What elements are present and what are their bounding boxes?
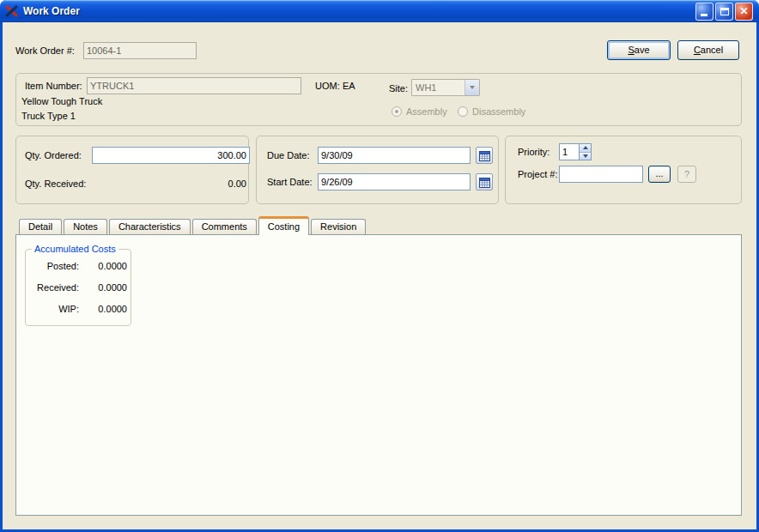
tab-revision[interactable]: Revision bbox=[311, 219, 366, 234]
maximize-button[interactable] bbox=[715, 3, 733, 21]
minimize-icon bbox=[701, 14, 707, 16]
minimize-button[interactable] bbox=[695, 3, 713, 21]
assembly-radio-label: Assembly bbox=[406, 106, 447, 117]
received-row: Received: 0.0000 bbox=[26, 282, 127, 293]
qty-ordered-field[interactable] bbox=[92, 147, 250, 164]
priority-spin-buttons bbox=[579, 144, 591, 160]
spin-down-button[interactable] bbox=[580, 152, 591, 160]
posted-row: Posted: 0.0000 bbox=[26, 261, 127, 272]
site-combo: WH1 bbox=[411, 79, 480, 96]
window-title: Work Order bbox=[23, 5, 80, 17]
site-label: Site: bbox=[389, 83, 408, 94]
site-combo-arrow bbox=[465, 80, 479, 95]
start-date-calendar-button[interactable] bbox=[476, 173, 493, 190]
priority-label: Priority: bbox=[518, 147, 550, 158]
project-help-button: ? bbox=[677, 166, 696, 183]
posted-label: Posted: bbox=[26, 261, 79, 272]
tab-costing[interactable]: Costing bbox=[258, 216, 309, 235]
calendar-icon bbox=[479, 150, 490, 161]
uom-value: EA bbox=[343, 81, 355, 92]
accumulated-costs-group: Accumulated Costs Posted: 0.0000 Receive… bbox=[25, 249, 131, 326]
titlebar-controls: ✕ bbox=[695, 3, 753, 21]
close-icon: ✕ bbox=[736, 3, 752, 20]
wip-value: 0.0000 bbox=[79, 304, 127, 315]
uom-label: UOM: bbox=[315, 81, 340, 92]
received-label: Received: bbox=[26, 282, 79, 293]
cancel-button[interactable]: Cancel bbox=[677, 40, 739, 60]
assembly-radio-circle bbox=[392, 106, 402, 117]
project-number-field[interactable] bbox=[559, 166, 643, 183]
chevron-up-icon bbox=[583, 146, 588, 149]
tab-comments[interactable]: Comments bbox=[192, 219, 257, 234]
save-button[interactable]: Save bbox=[607, 40, 671, 60]
tab-bar: Detail Notes Characteristics Comments Co… bbox=[19, 215, 367, 234]
chevron-down-icon bbox=[583, 154, 588, 158]
qty-received-label: Qty. Received: bbox=[25, 178, 86, 190]
calendar-icon bbox=[479, 177, 490, 188]
titlebar[interactable]: Work Order ✕ bbox=[0, 0, 759, 22]
accumulated-costs-title: Accumulated Costs bbox=[32, 244, 118, 255]
maximize-icon bbox=[720, 8, 729, 15]
start-date-field[interactable] bbox=[318, 173, 471, 190]
disassembly-radio-circle bbox=[458, 106, 468, 117]
wip-label: WIP: bbox=[26, 304, 79, 315]
item-number-field bbox=[87, 77, 301, 94]
priority-spinner[interactable] bbox=[559, 143, 592, 160]
item-description-2: Truck Type 1 bbox=[21, 111, 76, 122]
app-icon bbox=[5, 4, 19, 18]
quantity-group: Qty. Ordered: Qty. Received: 0.00 bbox=[15, 136, 249, 204]
work-order-number-field bbox=[83, 42, 197, 59]
due-date-calendar-button[interactable] bbox=[476, 147, 493, 164]
item-description-1: Yellow Tough Truck bbox=[21, 96, 102, 107]
close-button[interactable]: ✕ bbox=[735, 3, 753, 21]
project-browse-button[interactable]: ... bbox=[648, 166, 671, 183]
qty-ordered-label: Qty. Ordered: bbox=[25, 150, 82, 161]
costing-tab-panel: Accumulated Costs Posted: 0.0000 Receive… bbox=[15, 234, 742, 516]
spin-up-button[interactable] bbox=[580, 144, 591, 152]
project-number-label: Project #: bbox=[518, 169, 557, 180]
tab-characteristics[interactable]: Characteristics bbox=[109, 219, 191, 234]
work-order-window: Work Order ✕ Work Order #: Save Cancel I… bbox=[0, 0, 759, 532]
tab-notes[interactable]: Notes bbox=[64, 219, 107, 234]
client-area: Work Order #: Save Cancel Item Number: U… bbox=[3, 22, 756, 529]
posted-value: 0.0000 bbox=[79, 261, 127, 272]
priority-input[interactable] bbox=[560, 144, 579, 160]
qty-received-value: 0.00 bbox=[92, 178, 246, 190]
start-date-label: Start Date: bbox=[267, 177, 313, 188]
due-date-label: Due Date: bbox=[267, 150, 310, 161]
received-value: 0.0000 bbox=[79, 282, 127, 293]
tab-detail[interactable]: Detail bbox=[19, 219, 62, 234]
due-date-field[interactable] bbox=[318, 147, 471, 164]
site-combo-value: WH1 bbox=[412, 82, 465, 93]
disassembly-radio: Disassembly bbox=[458, 106, 525, 117]
priority-group: Priority: Project #: ... ? bbox=[505, 136, 742, 204]
item-number-label: Item Number: bbox=[25, 81, 82, 92]
chevron-down-icon bbox=[470, 86, 475, 89]
disassembly-radio-label: Disassembly bbox=[472, 106, 525, 117]
assembly-radio: Assembly bbox=[392, 106, 447, 117]
work-order-number-label: Work Order #: bbox=[15, 45, 75, 57]
wip-row: WIP: 0.0000 bbox=[26, 304, 127, 315]
item-group: Item Number: UOM: EA Site: WH1 Yellow To… bbox=[15, 73, 742, 126]
dates-group: Due Date: Start Date: bbox=[256, 136, 499, 204]
